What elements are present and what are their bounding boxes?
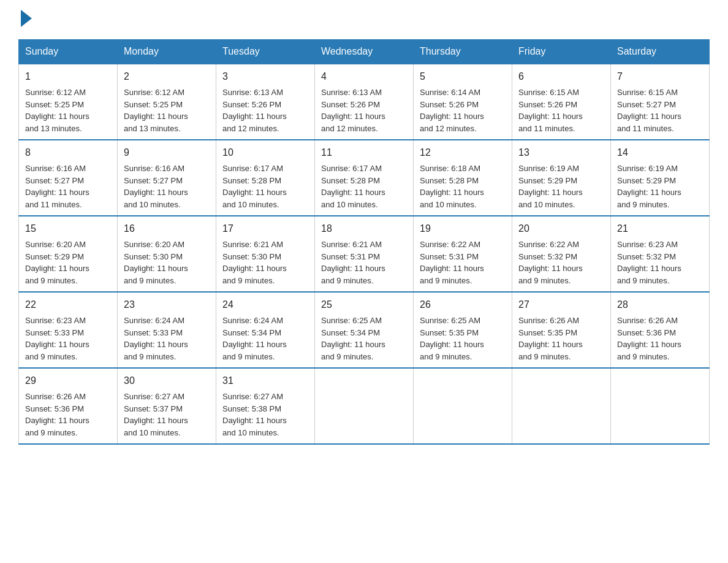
calendar-cell	[611, 368, 710, 444]
day-info: Sunrise: 6:13 AMSunset: 5:26 PMDaylight:…	[321, 88, 385, 133]
calendar-week-5: 29 Sunrise: 6:26 AMSunset: 5:36 PMDaylig…	[19, 368, 710, 444]
calendar-cell: 30 Sunrise: 6:27 AMSunset: 5:37 PMDaylig…	[118, 368, 216, 444]
calendar-cell: 7 Sunrise: 6:15 AMSunset: 5:27 PMDayligh…	[611, 64, 710, 140]
day-info: Sunrise: 6:12 AMSunset: 5:25 PMDaylight:…	[124, 88, 188, 133]
day-number: 3	[222, 69, 308, 84]
day-info: Sunrise: 6:15 AMSunset: 5:27 PMDaylight:…	[617, 88, 681, 133]
calendar-cell: 31 Sunrise: 6:27 AMSunset: 5:38 PMDaylig…	[216, 368, 315, 444]
day-info: Sunrise: 6:17 AMSunset: 5:28 PMDaylight:…	[222, 164, 287, 209]
calendar-cell: 4 Sunrise: 6:13 AMSunset: 5:26 PMDayligh…	[315, 64, 414, 140]
calendar-cell	[512, 368, 611, 444]
day-number: 6	[518, 69, 604, 84]
calendar-cell: 28 Sunrise: 6:26 AMSunset: 5:36 PMDaylig…	[611, 292, 710, 368]
day-info: Sunrise: 6:18 AMSunset: 5:28 PMDaylight:…	[420, 164, 484, 209]
header-sunday: Sunday	[19, 40, 118, 64]
calendar-cell: 19 Sunrise: 6:22 AMSunset: 5:31 PMDaylig…	[414, 216, 512, 292]
calendar-cell: 14 Sunrise: 6:19 AMSunset: 5:29 PMDaylig…	[611, 140, 710, 216]
day-number: 8	[25, 145, 111, 160]
day-info: Sunrise: 6:14 AMSunset: 5:26 PMDaylight:…	[420, 88, 484, 133]
day-info: Sunrise: 6:22 AMSunset: 5:32 PMDaylight:…	[518, 240, 583, 285]
header-wednesday: Wednesday	[315, 40, 414, 64]
day-info: Sunrise: 6:12 AMSunset: 5:25 PMDaylight:…	[25, 88, 89, 133]
calendar-cell: 17 Sunrise: 6:21 AMSunset: 5:30 PMDaylig…	[216, 216, 315, 292]
logo-arrow-icon	[21, 10, 32, 27]
calendar-header-row: SundayMondayTuesdayWednesdayThursdayFrid…	[19, 40, 710, 64]
calendar-cell: 1 Sunrise: 6:12 AMSunset: 5:25 PMDayligh…	[19, 64, 118, 140]
day-number: 12	[420, 145, 506, 160]
header-friday: Friday	[512, 40, 611, 64]
calendar-cell: 16 Sunrise: 6:20 AMSunset: 5:30 PMDaylig…	[118, 216, 216, 292]
day-number: 27	[518, 297, 604, 312]
calendar-cell: 18 Sunrise: 6:21 AMSunset: 5:31 PMDaylig…	[315, 216, 414, 292]
header-saturday: Saturday	[611, 40, 710, 64]
day-number: 15	[25, 221, 111, 236]
page-header	[18, 12, 710, 27]
calendar-cell: 10 Sunrise: 6:17 AMSunset: 5:28 PMDaylig…	[216, 140, 315, 216]
day-info: Sunrise: 6:26 AMSunset: 5:36 PMDaylight:…	[25, 392, 89, 437]
day-info: Sunrise: 6:16 AMSunset: 5:27 PMDaylight:…	[124, 164, 188, 209]
calendar-cell: 5 Sunrise: 6:14 AMSunset: 5:26 PMDayligh…	[414, 64, 512, 140]
calendar-cell: 6 Sunrise: 6:15 AMSunset: 5:26 PMDayligh…	[512, 64, 611, 140]
header-thursday: Thursday	[414, 40, 512, 64]
calendar-cell: 9 Sunrise: 6:16 AMSunset: 5:27 PMDayligh…	[118, 140, 216, 216]
day-info: Sunrise: 6:26 AMSunset: 5:35 PMDaylight:…	[518, 316, 583, 361]
day-number: 11	[321, 145, 407, 160]
day-number: 30	[124, 373, 210, 388]
day-info: Sunrise: 6:19 AMSunset: 5:29 PMDaylight:…	[617, 164, 681, 209]
day-info: Sunrise: 6:15 AMSunset: 5:26 PMDaylight:…	[518, 88, 583, 133]
day-number: 16	[124, 221, 210, 236]
calendar-cell: 26 Sunrise: 6:25 AMSunset: 5:35 PMDaylig…	[414, 292, 512, 368]
day-number: 5	[420, 69, 506, 84]
calendar-cell: 12 Sunrise: 6:18 AMSunset: 5:28 PMDaylig…	[414, 140, 512, 216]
day-number: 23	[124, 297, 210, 312]
day-info: Sunrise: 6:22 AMSunset: 5:31 PMDaylight:…	[420, 240, 484, 285]
day-info: Sunrise: 6:23 AMSunset: 5:32 PMDaylight:…	[617, 240, 681, 285]
day-info: Sunrise: 6:16 AMSunset: 5:27 PMDaylight:…	[25, 164, 89, 209]
logo	[18, 12, 34, 27]
calendar-cell: 15 Sunrise: 6:20 AMSunset: 5:29 PMDaylig…	[19, 216, 118, 292]
header-tuesday: Tuesday	[216, 40, 315, 64]
day-info: Sunrise: 6:20 AMSunset: 5:30 PMDaylight:…	[124, 240, 188, 285]
day-info: Sunrise: 6:19 AMSunset: 5:29 PMDaylight:…	[518, 164, 583, 209]
day-number: 14	[617, 145, 703, 160]
day-number: 10	[222, 145, 308, 160]
day-number: 31	[222, 373, 308, 388]
day-info: Sunrise: 6:24 AMSunset: 5:34 PMDaylight:…	[222, 316, 287, 361]
calendar-cell: 20 Sunrise: 6:22 AMSunset: 5:32 PMDaylig…	[512, 216, 611, 292]
calendar-week-4: 22 Sunrise: 6:23 AMSunset: 5:33 PMDaylig…	[19, 292, 710, 368]
calendar-cell: 8 Sunrise: 6:16 AMSunset: 5:27 PMDayligh…	[19, 140, 118, 216]
day-number: 25	[321, 297, 407, 312]
calendar-cell: 29 Sunrise: 6:26 AMSunset: 5:36 PMDaylig…	[19, 368, 118, 444]
day-info: Sunrise: 6:27 AMSunset: 5:38 PMDaylight:…	[222, 392, 287, 437]
day-number: 24	[222, 297, 308, 312]
calendar-cell: 24 Sunrise: 6:24 AMSunset: 5:34 PMDaylig…	[216, 292, 315, 368]
day-number: 1	[25, 69, 111, 84]
calendar-cell: 22 Sunrise: 6:23 AMSunset: 5:33 PMDaylig…	[19, 292, 118, 368]
day-number: 18	[321, 221, 407, 236]
day-info: Sunrise: 6:25 AMSunset: 5:34 PMDaylight:…	[321, 316, 385, 361]
day-info: Sunrise: 6:21 AMSunset: 5:31 PMDaylight:…	[321, 240, 385, 285]
calendar-week-3: 15 Sunrise: 6:20 AMSunset: 5:29 PMDaylig…	[19, 216, 710, 292]
day-info: Sunrise: 6:13 AMSunset: 5:26 PMDaylight:…	[222, 88, 287, 133]
logo-top	[18, 12, 34, 27]
day-number: 29	[25, 373, 111, 388]
calendar-cell: 3 Sunrise: 6:13 AMSunset: 5:26 PMDayligh…	[216, 64, 315, 140]
day-number: 26	[420, 297, 506, 312]
calendar-cell: 2 Sunrise: 6:12 AMSunset: 5:25 PMDayligh…	[118, 64, 216, 140]
calendar-cell	[315, 368, 414, 444]
day-info: Sunrise: 6:26 AMSunset: 5:36 PMDaylight:…	[617, 316, 681, 361]
day-info: Sunrise: 6:24 AMSunset: 5:33 PMDaylight:…	[124, 316, 188, 361]
day-number: 17	[222, 221, 308, 236]
calendar-cell: 23 Sunrise: 6:24 AMSunset: 5:33 PMDaylig…	[118, 292, 216, 368]
calendar-cell: 25 Sunrise: 6:25 AMSunset: 5:34 PMDaylig…	[315, 292, 414, 368]
calendar-cell: 21 Sunrise: 6:23 AMSunset: 5:32 PMDaylig…	[611, 216, 710, 292]
day-number: 28	[617, 297, 703, 312]
day-number: 4	[321, 69, 407, 84]
day-number: 9	[124, 145, 210, 160]
calendar-table: SundayMondayTuesdayWednesdayThursdayFrid…	[18, 39, 710, 445]
calendar-cell	[414, 368, 512, 444]
header-monday: Monday	[118, 40, 216, 64]
day-number: 13	[518, 145, 604, 160]
calendar-cell: 27 Sunrise: 6:26 AMSunset: 5:35 PMDaylig…	[512, 292, 611, 368]
day-number: 22	[25, 297, 111, 312]
